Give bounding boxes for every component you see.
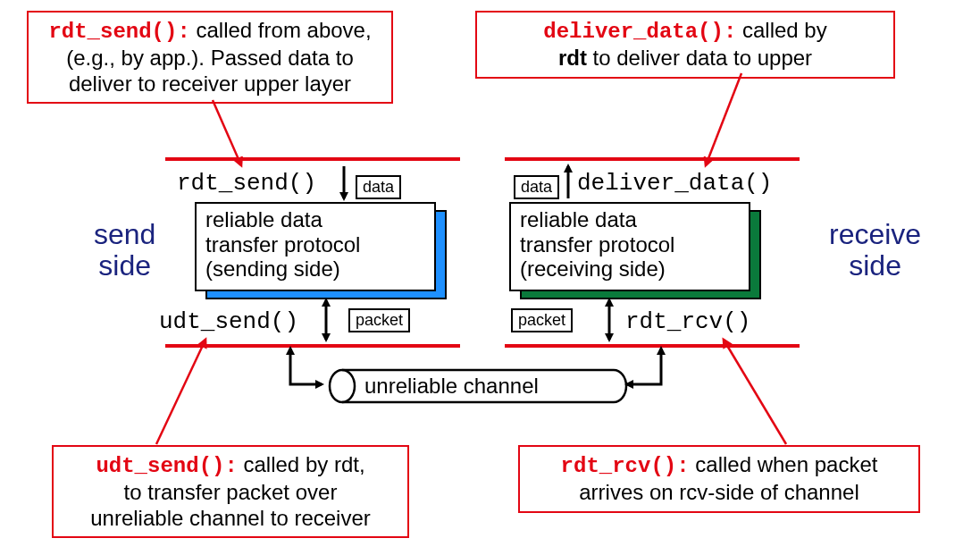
arrows-layer bbox=[0, 0, 980, 555]
callout-arrow bbox=[213, 100, 241, 165]
callout-arrow bbox=[724, 340, 786, 444]
channel-arrow-left bbox=[290, 349, 322, 384]
callout-arrow bbox=[706, 73, 741, 165]
callout-arrow bbox=[156, 340, 205, 444]
channel-arrow-right bbox=[627, 349, 661, 384]
